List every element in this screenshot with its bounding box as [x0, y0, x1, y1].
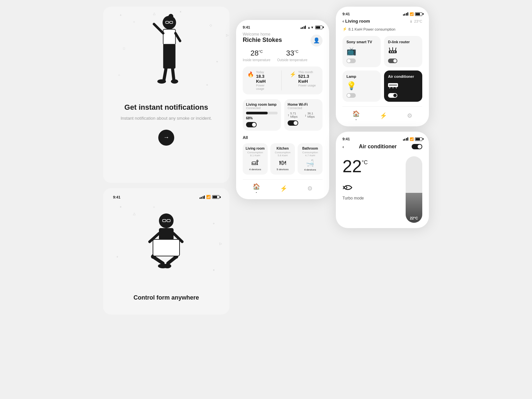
right-column: 9:41 📶 ‹ Living room 🌡 — [336, 7, 429, 228]
next-button[interactable]: → — [158, 130, 174, 146]
time-display: 9:41 — [113, 195, 120, 199]
bathroom-consumption: Consumption 4.7 KwH — [300, 151, 320, 157]
room-title: Living room — [345, 19, 370, 24]
kitchen-devices: 5 devices — [273, 168, 293, 171]
inside-temp-label: Inside temperature — [243, 58, 270, 62]
svg-point-30 — [390, 51, 391, 53]
lr-battery — [415, 12, 422, 16]
user-avatar[interactable]: 👤 — [311, 35, 323, 47]
main-status-icons: ▲▼ — [301, 26, 323, 29]
lr-bottom-nav: 🏠 ⚡ ⚙ — [342, 106, 422, 121]
notification-card: + ○ △ × ◇ □ + ▷ ○ + — [103, 7, 229, 183]
month-kwh: 521.3 KwH — [298, 74, 318, 84]
deco-c4: + — [213, 222, 215, 225]
kitchen-consumption: Consumption 5.8 KwH — [273, 151, 293, 157]
wifi-speeds: ↑ 5.71 Mbps ↓ 36.1 Mbps — [288, 112, 319, 118]
wifi-device-card: Home Wi-Fi Connected ↑ 5.71 Mbps ↓ 36.1 … — [284, 99, 323, 131]
ac-tile[interactable]: Air conditioner — [384, 70, 422, 102]
ac-back-button[interactable]: ‹ — [342, 144, 344, 149]
bottom-navigation: 🏠 ⚡ ⚙ — [243, 179, 323, 194]
lr-wifi-icon: 📶 — [410, 12, 414, 16]
dlink-router-tile[interactable]: D-link router — [384, 36, 422, 67]
svg-line-5 — [154, 24, 163, 33]
sony-tv-name: Sony smart TV — [346, 40, 372, 44]
power-usage-card: 🔥 Today 18.3 KwH Power usage ⚡ This mont… — [243, 66, 323, 94]
bathroom-room-name: Bathroom — [300, 147, 320, 150]
kitchen-room-name: Kitchen — [273, 147, 293, 150]
lamp-tile-toggle[interactable] — [346, 93, 356, 98]
control-title: Control form anywhere — [133, 294, 199, 301]
lr-settings-icon[interactable]: ⚙ — [407, 112, 412, 119]
wifi-toggle-knob — [294, 121, 298, 125]
battery-icon — [212, 195, 219, 199]
lr-home-icon[interactable]: 🏠 — [352, 110, 360, 121]
illustration-area: + ○ △ × ◇ □ + ▷ ○ + — [113, 7, 219, 100]
settings-nav-icon[interactable]: ⚙ — [307, 185, 313, 192]
ac-temperature-slider[interactable]: 22°C — [406, 156, 422, 223]
slider-value-label: 22°C — [410, 216, 418, 220]
power-consumption-row: ⚡ 8.1 KwH Power consumption — [342, 27, 422, 31]
ac-tile-toggle[interactable] — [388, 93, 397, 98]
ac-status-icons: 📶 — [403, 137, 423, 141]
svg-point-25 — [163, 264, 171, 268]
inside-temp-value: 28°C — [243, 49, 270, 58]
room-kitchen[interactable]: Kitchen Consumption 5.8 KwH 🍽 5 devices — [270, 143, 295, 175]
deco-c5: ▷ — [219, 242, 222, 245]
person-standing-illustration — [136, 13, 196, 93]
upload-value: 5.71 Mbps — [290, 112, 302, 118]
svg-line-20 — [168, 257, 176, 263]
room-temp-badge: 🌡 23°C — [409, 19, 422, 23]
svg-point-12 — [168, 14, 173, 19]
main-phone-screen: 9:41 ▲▼ Welcome home Richie Stokes — [236, 20, 329, 199]
svg-line-35 — [390, 87, 390, 88]
lamp-status: Connected — [246, 106, 278, 110]
device-grid: Sony smart TV 📺 D-link router — [342, 36, 422, 102]
lamp-tile[interactable]: Lamp 💡 — [342, 70, 381, 102]
svg-point-11 — [171, 79, 178, 83]
ac-power-toggle[interactable] — [412, 144, 422, 149]
svg-line-9 — [172, 67, 174, 81]
person-sitting-illustration — [133, 210, 200, 283]
notification-title: Get instant notifications — [121, 103, 212, 112]
deco-circ2: ○ — [118, 73, 120, 77]
lamp-toggle[interactable] — [246, 122, 257, 127]
power-nav-icon[interactable]: ⚡ — [280, 185, 287, 192]
ac-left-side: 22°C Turbo mode — [342, 156, 368, 200]
main-signal — [301, 26, 306, 29]
ac-temperature-display: 22°C — [342, 156, 368, 176]
svg-rect-4 — [163, 29, 176, 45]
dlink-name: D-link router — [388, 40, 410, 44]
back-button[interactable]: ‹ Living room — [342, 19, 370, 24]
welcome-text: Welcome home — [243, 32, 282, 37]
deco-c6: + — [116, 255, 118, 259]
up-arrow-icon: ↑ — [288, 113, 289, 117]
svg-line-27 — [389, 48, 390, 51]
ac-tile-knob — [393, 94, 397, 97]
living-room-name: Living room — [245, 147, 265, 150]
tv-icon: 📺 — [346, 47, 356, 56]
ac-time: 9:41 — [342, 137, 350, 141]
sony-tv-toggle[interactable] — [346, 59, 356, 63]
svg-line-29 — [395, 48, 396, 51]
ac-wifi-icon: 📶 — [410, 137, 414, 141]
lr-time: 9:41 — [342, 12, 350, 16]
column-1: + ○ △ × ◇ □ + ▷ ○ + — [103, 7, 229, 315]
ac-battery — [415, 137, 422, 141]
control-illustration-area: × △ ○ + ▷ + × — [113, 202, 219, 292]
ac-mode-label: Turbo mode — [342, 196, 368, 200]
bathroom-devices: 4 devices — [300, 168, 320, 171]
ac-temp-value: 22 — [342, 156, 362, 176]
svg-point-10 — [157, 79, 166, 83]
lr-status-icons: 📶 — [403, 12, 423, 16]
lr-power-icon[interactable]: ⚡ — [380, 112, 387, 119]
month-label: This month — [298, 70, 318, 74]
sony-tv-tile[interactable]: Sony smart TV 📺 — [342, 36, 381, 67]
deco-plus2: + — [216, 60, 218, 64]
upload-speed: ↑ 5.71 Mbps — [288, 112, 302, 118]
svg-rect-23 — [153, 239, 180, 256]
room-bathroom[interactable]: Bathroom Consumption 4.7 KwH 🛁 4 devices — [298, 143, 323, 175]
dlink-toggle[interactable] — [388, 59, 397, 63]
home-nav-icon[interactable]: 🏠 — [253, 183, 260, 194]
wifi-toggle[interactable] — [288, 120, 298, 126]
room-living[interactable]: Living room Consumption 8.1 KwH 🛋 4 devi… — [243, 143, 268, 175]
